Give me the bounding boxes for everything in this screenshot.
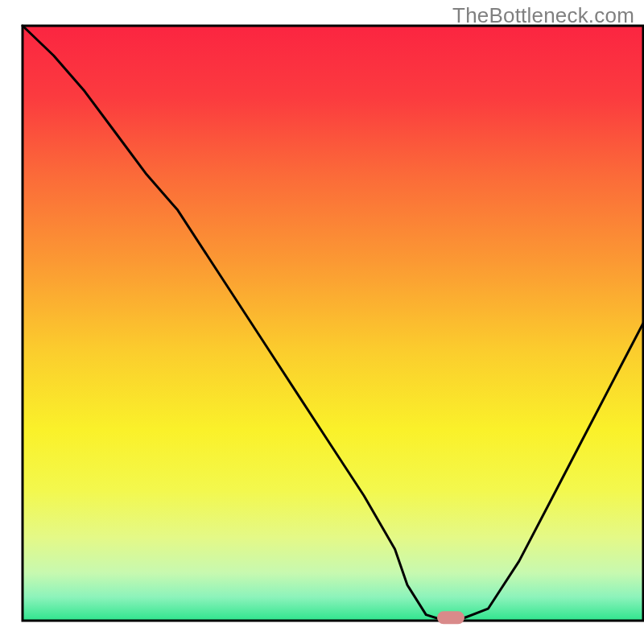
chart-svg bbox=[0, 0, 644, 644]
chart-container: TheBottleneck.com bbox=[0, 0, 644, 644]
marker-pill bbox=[437, 611, 464, 624]
plot-background bbox=[23, 26, 643, 621]
watermark-text: TheBottleneck.com bbox=[452, 3, 634, 28]
